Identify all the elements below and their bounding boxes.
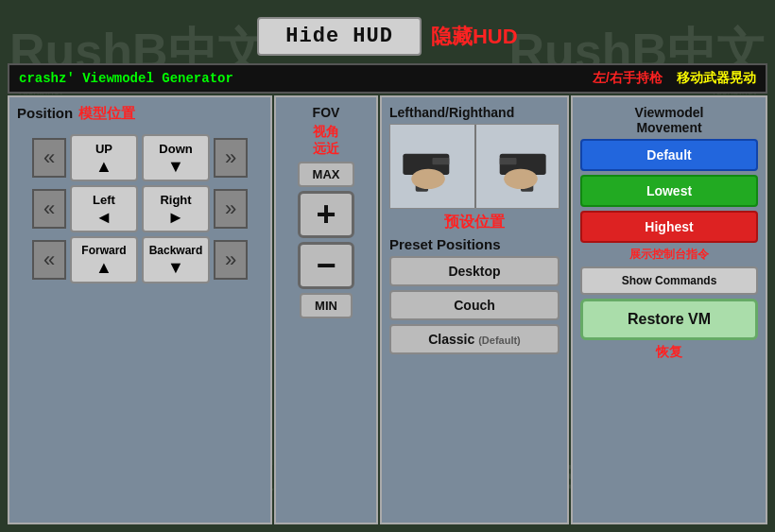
- show-commands-button[interactable]: Show Commands: [580, 266, 758, 295]
- left-bracket-fb: «: [32, 240, 66, 280]
- left-bracket-lr: «: [32, 189, 66, 229]
- classic-note: (Default): [478, 335, 521, 346]
- fov-max-button[interactable]: MAX: [298, 162, 355, 187]
- down-button[interactable]: Down ▼: [142, 134, 210, 181]
- backward-button[interactable]: Backward ▼: [142, 236, 210, 283]
- right-label: Right: [160, 193, 191, 207]
- title-text: crashz' Viewmodel Generator: [19, 71, 233, 86]
- right-button[interactable]: Right ►: [142, 185, 210, 232]
- right-bracket-fb: »: [214, 240, 248, 280]
- backward-label: Backward: [149, 244, 203, 257]
- title-bar: crashz' Viewmodel Generator 左/右手持枪 移动武器晃…: [8, 63, 767, 94]
- hide-hud-cn-label: 隐藏HUD: [431, 23, 518, 51]
- down-label: Down: [159, 142, 192, 156]
- up-button[interactable]: UP ▲: [70, 134, 138, 181]
- show-commands-cn: 展示控制台指令: [580, 247, 758, 263]
- left-bracket-up: «: [32, 138, 66, 178]
- classic-button[interactable]: Classic (Default): [389, 324, 560, 354]
- position-title: Position: [17, 105, 73, 121]
- classic-label: Classic: [428, 332, 474, 347]
- svg-point-3: [411, 169, 445, 189]
- preset-cn-label: 预设位置: [389, 213, 560, 232]
- hide-hud-button[interactable]: Hide HUD: [257, 17, 422, 56]
- right-bracket-lr: »: [214, 189, 248, 229]
- vm-default-button[interactable]: Default: [580, 139, 758, 171]
- forward-arrow-icon: ▲: [95, 259, 112, 276]
- position-panel: Position 模型位置 « UP ▲ Down ▼ » «: [8, 95, 272, 524]
- forward-label: Forward: [81, 244, 126, 257]
- lefthand-panel: Lefthand/Righthand: [380, 95, 569, 524]
- down-arrow-icon: ▼: [167, 158, 184, 175]
- title-move: 移动武器晃动: [677, 70, 756, 87]
- left-label: Left: [93, 193, 115, 207]
- main-container: Hide HUD 隐藏HUD crashz' Viewmodel Generat…: [8, 8, 767, 524]
- backward-arrow-icon: ▼: [167, 259, 184, 276]
- left-arrow-icon: ◄: [95, 209, 112, 226]
- vm-highest-button[interactable]: Highest: [580, 211, 758, 243]
- fov-title-cn: 视角远近: [313, 124, 339, 158]
- viewmodel-title: ViewmodelMovement: [580, 105, 758, 135]
- preset-title: Preset Positions: [389, 236, 560, 252]
- fov-minus-button[interactable]: −: [298, 242, 354, 289]
- fov-title: FOV: [313, 105, 340, 120]
- left-right-row: « Left ◄ Right ► »: [17, 185, 263, 232]
- fov-panel: FOV 视角远近 MAX + − MIN: [274, 95, 378, 524]
- svg-rect-2: [433, 158, 450, 164]
- hide-hud-section: Hide HUD 隐藏HUD: [8, 8, 767, 63]
- left-button[interactable]: Left ◄: [70, 185, 138, 232]
- fov-plus-button[interactable]: +: [298, 191, 354, 238]
- svg-rect-6: [500, 158, 517, 164]
- forward-backward-row: « Forward ▲ Backward ▼ »: [17, 236, 263, 283]
- hands-image: [389, 124, 560, 209]
- right-arrow-icon: ►: [167, 209, 184, 226]
- up-arrow-icon: ▲: [95, 158, 112, 175]
- title-lrhand: 左/右手持枪: [593, 70, 663, 87]
- position-title-cn: 模型位置: [78, 105, 135, 123]
- right-bracket-up: »: [214, 138, 248, 178]
- fov-min-button[interactable]: MIN: [300, 293, 353, 318]
- svg-point-7: [504, 169, 538, 189]
- vm-lowest-button[interactable]: Lowest: [580, 175, 758, 207]
- title-bar-right: 左/右手持枪 移动武器晃动: [593, 70, 756, 87]
- restore-cn-label: 恢复: [580, 344, 758, 361]
- forward-button[interactable]: Forward ▲: [70, 236, 138, 283]
- divider: [474, 125, 476, 208]
- up-label: UP: [95, 142, 112, 156]
- up-down-row: « UP ▲ Down ▼ »: [17, 134, 263, 181]
- viewmodel-panel: ViewmodelMovement Default Lowest Highest…: [571, 95, 767, 524]
- lefthand-title: Lefthand/Righthand: [389, 105, 560, 120]
- desktop-button[interactable]: Desktop: [389, 256, 560, 286]
- content-area: Position 模型位置 « UP ▲ Down ▼ » «: [8, 95, 767, 524]
- restore-vm-button[interactable]: Restore VM: [580, 299, 758, 340]
- couch-button[interactable]: Couch: [389, 290, 560, 320]
